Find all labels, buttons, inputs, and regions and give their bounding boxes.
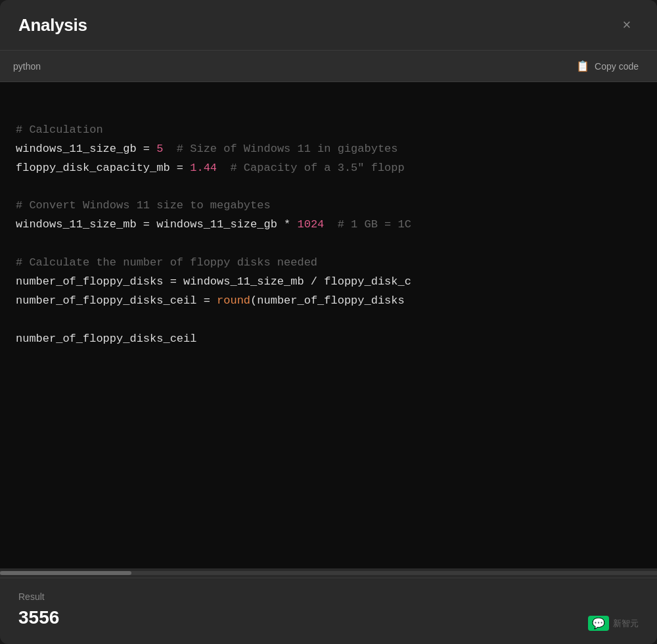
modal-container: Analysis × python 📋 Copy code # Calculat…	[0, 0, 657, 644]
result-area: Result 3556 💬 新智元	[0, 578, 657, 644]
scrollbar-thumb[interactable]	[0, 571, 131, 575]
watermark: 💬 新智元	[588, 616, 639, 631]
modal-header: Analysis ×	[0, 0, 657, 51]
result-block: Result 3556	[18, 591, 59, 628]
scrollbar-area[interactable]	[0, 568, 657, 578]
comment-calculation: # Calculation	[16, 124, 103, 136]
wechat-icon: 💬	[588, 616, 609, 631]
copy-code-button[interactable]: 📋 Copy code	[571, 57, 644, 75]
close-button[interactable]: ×	[615, 13, 639, 37]
comment-convert: # Convert Windows 11 size to megabytes	[16, 199, 271, 212]
modal-title: Analysis	[18, 15, 87, 35]
result-row: Result 3556 💬 新智元	[18, 591, 639, 628]
watermark-text: 新智元	[613, 618, 639, 630]
scrollbar-track	[0, 571, 657, 575]
copy-icon: 📋	[576, 60, 589, 72]
code-area[interactable]: # Calculation windows_11_size_gb = 5 # S…	[0, 82, 657, 568]
code-block: # Calculation windows_11_size_gb = 5 # S…	[16, 102, 641, 367]
result-label: Result	[18, 591, 59, 602]
comment-calculate: # Calculate the number of floppy disks n…	[16, 256, 317, 269]
result-value: 3556	[18, 607, 59, 628]
code-toolbar: python 📋 Copy code	[0, 51, 657, 82]
language-label: python	[13, 61, 41, 72]
copy-label: Copy code	[595, 61, 639, 72]
